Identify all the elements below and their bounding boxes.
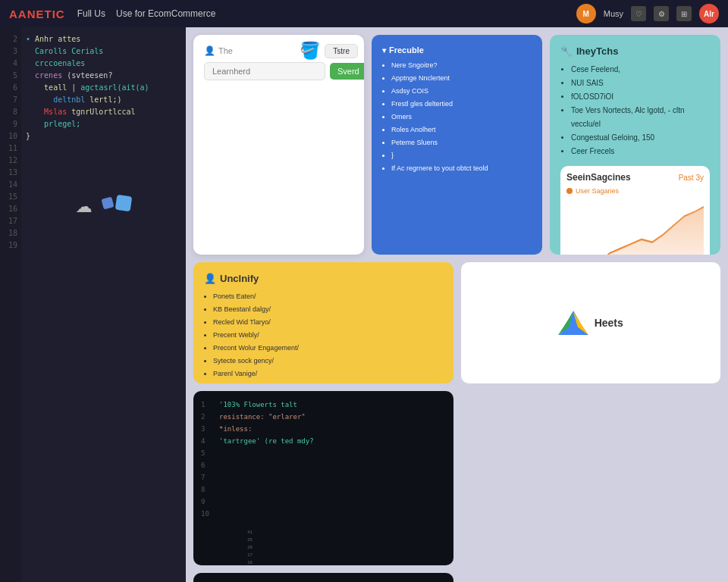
- sessions-header: SeeinSagcines Past 3y: [566, 172, 704, 183]
- bottom-line-num-2: 2: [201, 411, 219, 423]
- list-item: Precont Wolur Engagement/: [213, 342, 443, 355]
- google-logo-area: Heets: [558, 309, 623, 336]
- tstre-button[interactable]: Tstre: [325, 44, 358, 58]
- bottom-line-num-8: 8: [201, 483, 219, 496]
- user-avatar[interactable]: M: [576, 4, 596, 23]
- chart-legend: User Sagaries: [566, 187, 704, 195]
- line-num-8: 8: [0, 106, 21, 118]
- bottom-line-num-1: 1: [201, 399, 219, 411]
- bucket-icon: 🪣: [300, 41, 320, 61]
- line-num-14: 14: [0, 179, 21, 191]
- sessions-link[interactable]: Past 3y: [679, 174, 704, 182]
- unify-title: 👤 Unclnify: [204, 273, 443, 284]
- bottom-code-line-1: '103% Flowerts talt: [219, 399, 446, 411]
- list-item: fOLOSD7iOI: [571, 90, 710, 104]
- bottom-code-text: '103% Flowerts talt resistance: "erlarer…: [219, 399, 446, 520]
- brand-a: A: [9, 8, 18, 20]
- second-avatar[interactable]: Alr: [699, 4, 719, 23]
- line-num-15: 15: [0, 191, 21, 203]
- list-item: Sytecte sock gency/: [213, 355, 443, 368]
- bell-icon[interactable]: ♡: [631, 6, 646, 21]
- list-item: Roles Anolhert: [391, 124, 532, 136]
- unify-card: 👤 Unclnify Ponets Eaten/ KB Beestanl dal…: [193, 262, 453, 383]
- svg-text:25: 25: [247, 537, 253, 542]
- line-num-6: 6: [0, 82, 21, 94]
- unify-icon: 👤: [204, 273, 216, 284]
- svg-text:16: 16: [247, 560, 253, 565]
- sessions-chart: The Ner Jao Juy Me The Jul Wte Tot Jan W…: [566, 198, 704, 255]
- search-input[interactable]: [204, 62, 325, 80]
- code-line-10: [26, 142, 181, 188]
- list-item: Precent Webly/: [213, 329, 443, 342]
- freeable-title: ▾ Frecuble: [382, 45, 532, 55]
- chevron-down-icon: ▾: [382, 46, 386, 55]
- right-content: 👤 The Sverd 🪣 Tstre ▾ Frecubl: [186, 27, 728, 582]
- line-num-9: 9: [0, 118, 21, 130]
- line-num-19: 19: [0, 239, 21, 252]
- list-item: KB Beestanl dalgy/: [213, 303, 443, 316]
- bar-chart-area: Fall Engaity 41 25 29 17 16 14 9 12 11 7: [201, 526, 446, 565]
- code-line-4: crenes (svteesen?: [26, 70, 181, 82]
- settings-icon[interactable]: ⚙: [654, 6, 669, 21]
- code-line-3: crccoenales: [26, 58, 181, 70]
- line-num-4: 4: [0, 58, 21, 70]
- unify-list: Ponets Eaten/ KB Beestanl dalgy/ Recled …: [204, 290, 443, 380]
- sessions-card: SeeinSagcines Past 3y User Sagaries: [560, 166, 710, 255]
- middle-row: 👤 Unclnify Ponets Eaten/ KB Beestanl dal…: [193, 262, 720, 383]
- bottom-line-numbers: 1 2 3 4 5 6 7 8 9 10: [201, 399, 219, 520]
- username-label: Musy: [604, 9, 623, 18]
- bottom-code-line-3: *inless:: [219, 423, 446, 435]
- line-num-7: 7: [0, 94, 21, 106]
- list-item: Parenl Vanige/: [213, 368, 443, 380]
- insights-icon: 🔧: [560, 45, 573, 57]
- nav-links: Full Us Use for EcomCommerce: [77, 8, 564, 19]
- bottom-line-num-10: 10: [201, 508, 219, 520]
- legend-dot: [566, 188, 573, 194]
- bottom-line-num-5: 5: [201, 447, 219, 459]
- list-item: Ponets Eaten/: [213, 290, 443, 303]
- line-numbers: 2 3 4 5 6 7 8 9 10 11 12 13 14 15 16 17 …: [0, 27, 21, 582]
- shapes-area: [102, 196, 131, 211]
- list-item: Cese Feelend,: [571, 63, 710, 77]
- list-item: Nere Sngoitre?: [391, 59, 532, 72]
- search-button[interactable]: Sverd: [330, 63, 364, 80]
- svg-text:17: 17: [247, 552, 253, 557]
- google-card: Heets: [461, 262, 721, 383]
- list-item: Omers: [391, 111, 532, 124]
- bottom-code-line-2: resistance: "erlarer": [219, 411, 446, 423]
- list-item: Frestl gles deltertied: [391, 98, 532, 111]
- bottom-code-content: 1 2 3 4 5 6 7 8 9 10 '103% Flowerts talt…: [201, 399, 446, 520]
- freeable-card: ▾ Frecuble Nere Sngoitre? Apptnge Nncler…: [372, 35, 542, 255]
- list-item: }: [391, 149, 532, 162]
- nav-use-ecom[interactable]: Use for EcomCommerce: [116, 8, 215, 19]
- line-num-12: 12: [0, 155, 21, 167]
- list-item: Peteme Sluens: [391, 136, 532, 149]
- grid-icon[interactable]: ⊞: [676, 6, 692, 21]
- shape-blue: [102, 196, 115, 209]
- code-line-7: Mslas tgnrUlortlccal: [26, 106, 181, 118]
- insights-title: 🔧 IheyTchs: [560, 45, 710, 57]
- list-item: Recled Wid Tlaryo/: [213, 316, 443, 329]
- google-drive-icon: [558, 309, 588, 336]
- bottom-row: 1 2 3 4 5 6 7 8 9 10 '103% Flowerts talt…: [193, 391, 720, 565]
- bottom-line-num-4: 4: [201, 435, 219, 447]
- bucket-area: 🪣 Tstre: [300, 41, 358, 61]
- main-area: 2 3 4 5 6 7 8 9 10 11 12 13 14 15 16 17 …: [0, 27, 728, 582]
- google-title: Heets: [595, 317, 623, 329]
- bottom-code-panel: 1 2 3 4 5 6 7 8 9 10 '103% Flowerts talt…: [193, 391, 453, 565]
- code-line-6: deltnbl lertl;): [26, 94, 181, 106]
- search-bar: Sverd: [204, 62, 353, 80]
- line-num-16: 16: [0, 203, 21, 215]
- insights-card: 🔧 IheyTchs Cese Feelend, NUI SAIS fOLOSD…: [550, 35, 720, 255]
- list-item: Congestual Geloing, 150: [571, 131, 710, 145]
- code-line-1: • Anhr attes: [26, 33, 181, 45]
- topnav: AANETIC Full Us Use for EcomCommerce M M…: [0, 0, 728, 27]
- brand-logo: AANETIC: [9, 8, 65, 20]
- freeable-list: Nere Sngoitre? Apptnge Nnclertent Asdsy …: [382, 59, 532, 175]
- svg-text:29: 29: [247, 545, 253, 549]
- nav-full-us[interactable]: Full Us: [77, 8, 105, 19]
- line-num-2: 2: [0, 33, 21, 45]
- line-num-13: 13: [0, 167, 21, 179]
- list-item: Asdsy COIS: [391, 85, 532, 98]
- search-card: 👤 The Sverd 🪣 Tstre: [193, 35, 364, 255]
